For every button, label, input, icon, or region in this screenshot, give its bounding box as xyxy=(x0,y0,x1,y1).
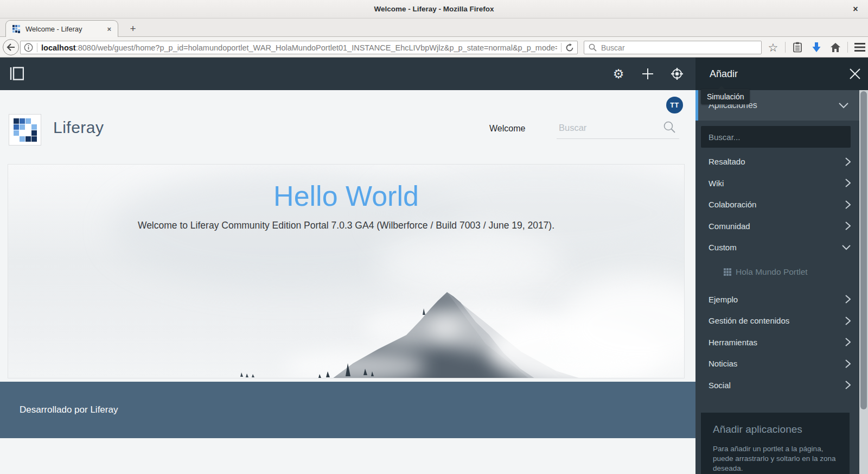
reload-icon[interactable] xyxy=(565,43,574,52)
category-comunidad[interactable]: Comunidad xyxy=(695,216,859,237)
simulation-tooltip: Simulación xyxy=(701,89,750,104)
hero-subtitle: Welcome to Liferay Community Edition Por… xyxy=(8,220,684,231)
toolbar-separator2 xyxy=(847,42,848,53)
chevron-right-icon xyxy=(845,338,851,346)
hamburger-icon xyxy=(854,43,865,52)
info-icon[interactable] xyxy=(24,43,33,52)
home-icon xyxy=(830,42,841,53)
simulation-tooltip-text: Simulación xyxy=(707,92,744,101)
category-social[interactable]: Social xyxy=(695,375,859,396)
window-close-icon[interactable]: × xyxy=(850,3,861,15)
portal-page: Liferay Welcome Buscar TT xyxy=(0,90,695,474)
add-panel-header: Añadir xyxy=(695,58,868,90)
portlet-grid-icon xyxy=(724,268,731,276)
portlet-hola-mundo[interactable]: Hola Mundo Portlet xyxy=(695,258,859,286)
urlbar-separator2 xyxy=(561,43,561,52)
close-icon xyxy=(849,68,861,80)
add-applications-info-box: Añadir aplicaciones Para añadir un portl… xyxy=(701,413,850,474)
page-footer: Desarrollado por Liferay xyxy=(0,382,695,438)
category-herramientas[interactable]: Herramientas xyxy=(695,332,859,353)
browser-toolbar: localhost:8080/web/guest/home?p_p_id=hol… xyxy=(0,37,868,58)
back-button[interactable] xyxy=(3,39,19,55)
menu-button[interactable] xyxy=(853,40,867,54)
downloads-button[interactable] xyxy=(809,40,824,54)
chevron-right-icon xyxy=(845,359,851,368)
category-custom[interactable]: Custom xyxy=(695,237,859,258)
url-host: localhost xyxy=(41,43,76,52)
control-bar-actions: ⚙ xyxy=(610,58,686,90)
browser-search-placeholder: Buscar xyxy=(601,43,625,52)
chevron-down-icon xyxy=(839,103,848,109)
info-body: Para añadir un portlet a la página, pued… xyxy=(713,444,841,474)
panel-close-button[interactable] xyxy=(847,66,863,81)
url-text[interactable]: localhost:8080/web/guest/home?p_p_id=hol… xyxy=(41,43,557,52)
product-menu-icon[interactable] xyxy=(10,67,24,80)
panel-search-field[interactable]: Buscar... xyxy=(701,126,851,148)
nav-item-welcome[interactable]: Welcome xyxy=(489,124,525,134)
chevron-right-icon xyxy=(845,157,851,166)
panel-search-placeholder: Buscar... xyxy=(709,132,740,142)
info-title: Añadir aplicaciones xyxy=(713,424,838,435)
tab-title: Welcome - Liferay xyxy=(25,25,105,33)
chevron-right-icon xyxy=(845,222,851,230)
portal-search-icon[interactable] xyxy=(663,121,676,134)
search-icon xyxy=(589,43,597,52)
url-bar[interactable]: localhost:8080/web/guest/home?p_p_id=hol… xyxy=(20,41,578,54)
user-avatar[interactable]: TT xyxy=(666,97,683,113)
tab-close-icon[interactable]: × xyxy=(105,24,113,34)
chevron-right-icon xyxy=(845,179,851,187)
liferay-logo[interactable] xyxy=(9,114,41,146)
add-button[interactable] xyxy=(639,65,656,83)
category-gestion-de-contenidos[interactable]: Gestión de contenidos xyxy=(695,310,859,332)
chevron-right-icon xyxy=(845,381,851,389)
simulation-button[interactable] xyxy=(668,65,686,83)
plus-icon xyxy=(642,68,654,80)
active-section-accent xyxy=(695,90,698,121)
add-panel-body: Aplicaciones Buscar... Resaltado Wiki Co… xyxy=(695,90,859,474)
settings-button[interactable]: ⚙ xyxy=(610,65,627,83)
url-path: :8080/web/guest/home?p_p_id=holamundopor… xyxy=(76,43,557,52)
panel-scrollbar[interactable] xyxy=(859,90,868,474)
clipboard-icon xyxy=(793,42,802,53)
footer-text: Desarrollado por Liferay xyxy=(20,405,118,415)
portal-search-underline xyxy=(557,138,679,139)
download-arrow-icon xyxy=(812,42,821,53)
toolbar-buttons: ☆ xyxy=(766,39,867,56)
hero-title: Hello World xyxy=(8,180,684,212)
category-colaboracion[interactable]: Colaboración xyxy=(695,194,859,216)
window-titlebar[interactable]: Welcome - Liferay - Mozilla Firefox × xyxy=(0,0,868,18)
applications-list: Resaltado Wiki Colaboración Comunidad Cu… xyxy=(695,151,859,396)
liferay-favicon xyxy=(12,25,21,33)
toolbar-separator xyxy=(785,42,786,53)
simulation-target-icon xyxy=(671,67,684,80)
urlbar-separator xyxy=(37,43,37,52)
gear-icon: ⚙ xyxy=(613,68,624,80)
liferay-logo-mosaic xyxy=(14,118,37,142)
tab-bar: Welcome - Liferay × + xyxy=(0,18,868,37)
add-panel-title: Añadir xyxy=(710,68,738,80)
chevron-right-icon xyxy=(845,317,851,325)
category-noticias[interactable]: Noticias xyxy=(695,353,859,375)
bookmarks-menu-button[interactable] xyxy=(790,40,805,54)
chevron-right-icon xyxy=(845,295,851,304)
window-title: Welcome - Liferay - Mozilla Firefox xyxy=(374,5,494,13)
back-arrow-icon xyxy=(7,43,15,51)
hero-portlet: Hello World Welcome to Liferay Community… xyxy=(8,164,685,378)
category-wiki[interactable]: Wiki xyxy=(695,173,859,194)
browser-search-field[interactable]: Buscar xyxy=(584,41,762,54)
chevron-down-icon xyxy=(842,245,851,250)
star-icon: ☆ xyxy=(768,42,778,53)
category-resaltado[interactable]: Resaltado xyxy=(695,151,859,173)
category-ejemplo[interactable]: Ejemplo xyxy=(695,289,859,311)
chevron-right-icon xyxy=(845,200,851,209)
browser-tab[interactable]: Welcome - Liferay × xyxy=(5,20,118,37)
portal-search-placeholder: Buscar xyxy=(559,123,586,133)
home-button[interactable] xyxy=(828,40,843,54)
brand-wordmark[interactable]: Liferay xyxy=(53,118,104,137)
panel-scrollbar-thumb[interactable] xyxy=(860,91,867,409)
liferay-control-bar: ⚙ xyxy=(0,58,695,90)
new-tab-button[interactable]: + xyxy=(126,22,140,35)
bookmark-star-button[interactable]: ☆ xyxy=(766,40,780,54)
